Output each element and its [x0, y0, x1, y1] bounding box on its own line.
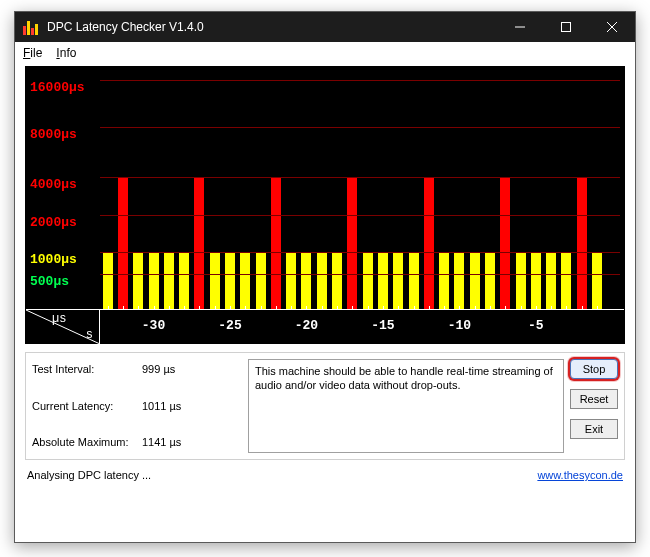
reset-button[interactable]: Reset — [570, 389, 618, 409]
latency-bar — [301, 252, 311, 309]
latency-bar — [347, 177, 357, 309]
statusbar: Analysing DPC latency ... www.thesycon.d… — [25, 466, 625, 484]
test-interval-label: Test Interval: — [32, 363, 142, 380]
latency-bar — [561, 252, 571, 309]
latency-bar — [118, 177, 128, 309]
latency-bar — [179, 252, 189, 309]
latency-bar — [516, 252, 526, 309]
menu-info[interactable]: Info — [56, 46, 76, 60]
latency-bar — [133, 252, 143, 309]
absolute-max-value: 1141 µs — [142, 436, 242, 453]
y-tick-label: 500µs — [30, 274, 69, 289]
current-latency-value: 1011 µs — [142, 400, 242, 417]
stats-grid: Test Interval: 999 µs Current Latency: 1… — [32, 359, 242, 453]
vendor-link[interactable]: www.thesycon.de — [537, 469, 623, 481]
x-tick-label: -5 — [528, 318, 544, 333]
menubar: File Info — [15, 42, 635, 64]
app-icon — [23, 19, 39, 35]
latency-bar — [378, 252, 388, 309]
window-title: DPC Latency Checker V1.4.0 — [47, 20, 497, 34]
x-tick-label: -30 — [142, 318, 165, 333]
latency-bar — [332, 252, 342, 309]
latency-bar — [103, 252, 113, 309]
latency-bar — [256, 252, 266, 309]
y-tick-label: 2000µs — [30, 215, 77, 230]
latency-bar — [240, 252, 250, 309]
status-description: This machine should be able to handle re… — [248, 359, 564, 453]
latency-bar — [164, 252, 174, 309]
axis-unit-corner: µs s — [26, 310, 100, 344]
stop-button[interactable]: Stop — [570, 359, 618, 379]
y-axis-unit: µs — [52, 312, 66, 326]
latency-bar — [577, 177, 587, 309]
status-text: Analysing DPC latency ... — [27, 469, 151, 481]
latency-bar — [470, 252, 480, 309]
latency-bar — [317, 252, 327, 309]
minimize-button[interactable] — [497, 12, 543, 42]
latency-chart: 16000µs8000µs4000µs2000µs1000µs500µs µs … — [25, 66, 625, 344]
latency-bar — [210, 252, 220, 309]
x-tick-label: -20 — [295, 318, 318, 333]
x-tick-label: -15 — [371, 318, 394, 333]
maximize-button[interactable] — [543, 12, 589, 42]
test-interval-value: 999 µs — [142, 363, 242, 380]
x-tick-label: -10 — [448, 318, 471, 333]
latency-bar — [485, 252, 495, 309]
current-latency-label: Current Latency: — [32, 400, 142, 417]
x-tick-label: -25 — [218, 318, 241, 333]
latency-bar — [531, 252, 541, 309]
latency-bar — [424, 177, 434, 309]
latency-bar — [454, 252, 464, 309]
x-axis-unit: s — [86, 328, 93, 342]
titlebar: DPC Latency Checker V1.4.0 — [15, 12, 635, 42]
latency-bar — [546, 252, 556, 309]
latency-bar — [592, 252, 602, 309]
info-panel: Test Interval: 999 µs Current Latency: 1… — [25, 352, 625, 460]
menu-file[interactable]: File — [23, 46, 42, 60]
latency-bar — [439, 252, 449, 309]
y-tick-label: 8000µs — [30, 127, 77, 142]
exit-button[interactable]: Exit — [570, 419, 618, 439]
latency-bar — [393, 252, 403, 309]
latency-bar — [149, 252, 159, 309]
latency-bar — [194, 177, 204, 309]
latency-bar — [363, 252, 373, 309]
y-tick-label: 16000µs — [30, 80, 85, 95]
latency-bar — [500, 177, 510, 309]
latency-bar — [409, 252, 419, 309]
y-tick-label: 4000µs — [30, 177, 77, 192]
latency-bar — [286, 252, 296, 309]
close-button[interactable] — [589, 12, 635, 42]
app-window: DPC Latency Checker V1.4.0 File Info 160… — [14, 11, 636, 543]
svg-rect-1 — [562, 23, 571, 32]
absolute-max-label: Absolute Maximum: — [32, 436, 142, 453]
y-tick-label: 1000µs — [30, 252, 77, 267]
latency-bar — [225, 252, 235, 309]
latency-bar — [271, 177, 281, 309]
